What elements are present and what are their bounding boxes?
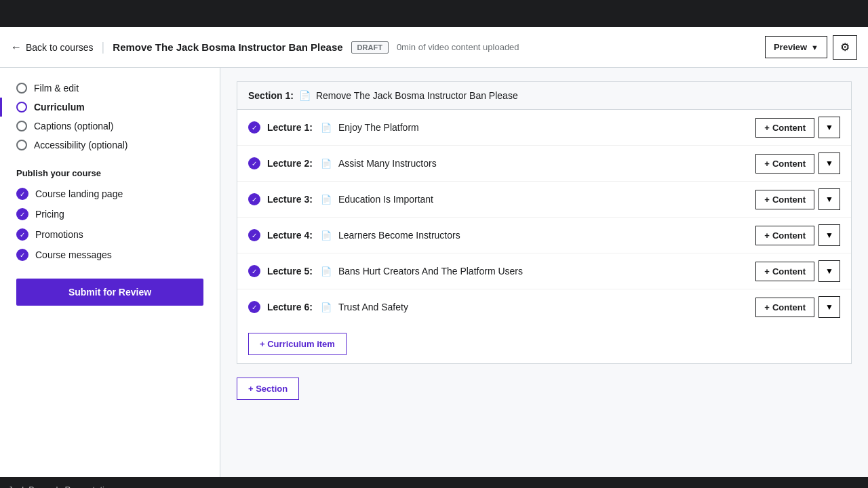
sidebar-item-promotions[interactable]: ✓ Promotions	[0, 224, 220, 245]
lecture-number: Lecture 3:	[267, 194, 313, 205]
lecture-title: Learners Become Instructors	[338, 230, 749, 241]
lecture-actions: + Content ▼	[755, 152, 840, 174]
expand-button[interactable]: ▼	[818, 260, 840, 282]
lecture-actions: + Content ▼	[755, 296, 840, 318]
file-icon: 📄	[321, 302, 332, 312]
plus-icon: +	[764, 230, 770, 241]
lecture-number: Lecture 6:	[267, 302, 313, 312]
sidebar: Film & edit Curriculum Captions (optiona…	[0, 68, 220, 477]
section-title: Remove The Jack Bosma Instructor Ban Ple…	[316, 90, 518, 101]
lecture-row: ✓ Lecture 4: 📄 Learners Become Instructo…	[237, 218, 851, 253]
lecture-actions: + Content ▼	[755, 224, 840, 246]
sidebar-item-captions[interactable]: Captions (optional)	[0, 117, 220, 136]
content-label: Content	[772, 123, 806, 133]
check-icon: ✓	[248, 229, 260, 241]
expand-button[interactable]: ▼	[818, 188, 840, 210]
content-label: Content	[772, 302, 806, 312]
bottom-label: Jack Bosma's Presentation	[8, 485, 114, 489]
sidebar-item-label: Course landing page	[35, 188, 123, 199]
plus-icon: +	[764, 159, 770, 169]
file-icon: 📄	[321, 159, 332, 169]
sidebar-item-film-edit[interactable]: Film & edit	[0, 79, 220, 98]
lecture-row: ✓ Lecture 6: 📄 Trust And Safety + Conten…	[237, 289, 851, 325]
check-icon: ✓	[248, 193, 260, 205]
lecture-row: ✓ Lecture 5: 📄 Bans Hurt Creators And Th…	[237, 253, 851, 289]
add-content-button[interactable]: + Content	[755, 190, 814, 209]
chevron-down-icon: ▼	[825, 302, 833, 312]
header-bar: ← Back to courses | Remove The Jack Bosm…	[0, 27, 868, 68]
chevron-down-icon: ▼	[825, 230, 833, 240]
content-label: Content	[772, 195, 806, 205]
plus-icon: +	[764, 302, 770, 312]
expand-button[interactable]: ▼	[818, 296, 840, 318]
lecture-actions: + Content ▼	[755, 260, 840, 282]
sidebar-item-label: Pricing	[35, 209, 64, 220]
add-content-button[interactable]: + Content	[755, 118, 814, 138]
sidebar-item-label: Accessibility (optional)	[34, 140, 128, 150]
sidebar-item-label: Captions (optional)	[34, 121, 114, 131]
chevron-down-icon: ▼	[825, 266, 833, 276]
lecture-row: ✓ Lecture 1: 📄 Enjoy The Platform + Cont…	[237, 110, 851, 146]
sidebar-item-accessibility[interactable]: Accessibility (optional)	[0, 136, 220, 155]
plus-icon: +	[764, 123, 770, 133]
expand-button[interactable]: ▼	[818, 152, 840, 174]
lecture-number: Lecture 2:	[267, 158, 313, 169]
upload-status: 0min of video content uploaded	[397, 42, 519, 52]
check-icon: ✓	[248, 301, 260, 313]
radio-icon	[16, 83, 27, 94]
lecture-title: Assist Many Instructors	[338, 158, 749, 169]
add-curriculum-item-button[interactable]: + Curriculum item	[248, 333, 347, 355]
radio-icon	[16, 121, 27, 131]
draft-badge: DRAFT	[351, 41, 389, 54]
lecture-number: Lecture 5:	[267, 266, 313, 277]
sidebar-item-label: Course messages	[35, 249, 112, 260]
chevron-down-icon: ▼	[825, 195, 833, 204]
check-icon: ✓	[248, 265, 260, 277]
lecture-title: Trust And Safety	[338, 302, 749, 312]
content-label: Content	[772, 230, 806, 241]
main-content: Film & edit Curriculum Captions (optiona…	[0, 68, 868, 477]
back-label: Back to courses	[26, 42, 94, 53]
settings-button[interactable]: ⚙	[833, 35, 857, 60]
plus-icon: +	[764, 195, 770, 205]
add-section-button[interactable]: + Section	[237, 378, 299, 400]
file-icon: 📄	[321, 266, 332, 277]
expand-button[interactable]: ▼	[818, 224, 840, 246]
chevron-down-icon: ▼	[825, 159, 833, 168]
back-arrow-icon: ←	[11, 41, 22, 54]
file-icon: 📄	[321, 230, 332, 241]
bottom-bar: Jack Bosma's Presentation	[0, 477, 868, 488]
add-content-button[interactable]: + Content	[755, 298, 814, 317]
lecture-actions: + Content ▼	[755, 117, 840, 138]
expand-button[interactable]: ▼	[818, 117, 840, 138]
file-icon: 📄	[321, 123, 332, 133]
lecture-row: ✓ Lecture 3: 📄 Education Is Important + …	[237, 182, 851, 218]
plus-icon: +	[764, 266, 770, 277]
add-content-button[interactable]: + Content	[755, 226, 814, 245]
check-icon: ✓	[16, 208, 28, 220]
add-content-button[interactable]: + Content	[755, 262, 814, 281]
section-label: Section 1:	[248, 90, 294, 101]
sidebar-item-label: Film & edit	[34, 83, 79, 94]
lecture-number: Lecture 1:	[267, 122, 313, 133]
file-icon: 📄	[321, 195, 332, 205]
preview-button[interactable]: Preview ▼	[765, 36, 827, 58]
radio-icon	[16, 102, 27, 113]
lecture-row: ✓ Lecture 2: 📄 Assist Many Instructors +…	[237, 146, 851, 182]
lecture-title: Enjoy The Platform	[338, 122, 749, 133]
radio-icon	[16, 140, 27, 150]
sidebar-item-course-landing[interactable]: ✓ Course landing page	[0, 184, 220, 204]
back-to-courses-link[interactable]: ← Back to courses	[11, 41, 94, 54]
content-area: Section 1: 📄 Remove The Jack Bosma Instr…	[220, 68, 868, 477]
sidebar-item-course-messages[interactable]: ✓ Course messages	[0, 245, 220, 265]
check-icon: ✓	[248, 157, 260, 169]
sidebar-item-curriculum[interactable]: Curriculum	[0, 98, 220, 117]
content-label: Content	[772, 266, 806, 277]
submit-review-button[interactable]: Submit for Review	[16, 279, 203, 306]
lecture-title: Bans Hurt Creators And The Platform User…	[338, 266, 749, 277]
gear-icon: ⚙	[840, 41, 850, 54]
check-icon: ✓	[248, 121, 260, 134]
check-icon: ✓	[16, 188, 28, 200]
add-content-button[interactable]: + Content	[755, 154, 814, 174]
sidebar-item-pricing[interactable]: ✓ Pricing	[0, 204, 220, 224]
